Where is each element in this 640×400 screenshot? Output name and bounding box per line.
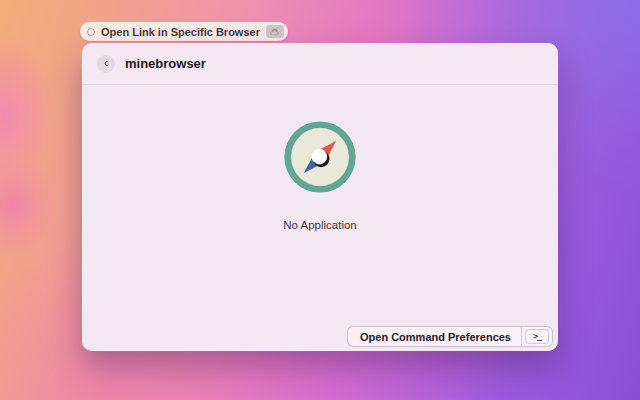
back-button[interactable]: ‹ bbox=[97, 55, 115, 73]
chevron-left-icon: ‹ bbox=[104, 56, 108, 69]
search-header: ‹ bbox=[82, 43, 558, 85]
open-command-preferences-button[interactable]: Open Command Preferences >_ bbox=[347, 326, 553, 347]
open-command-preferences-label: Open Command Preferences bbox=[360, 331, 521, 343]
shortcut-key-icon: >_ bbox=[525, 329, 549, 344]
extension-window: ‹ No Application Open Command Preference… bbox=[82, 43, 558, 351]
command-title-pill[interactable]: Open Link in Specific Browser bbox=[80, 22, 288, 41]
button-divider bbox=[521, 327, 522, 346]
search-input[interactable] bbox=[125, 56, 543, 71]
compass-icon bbox=[283, 120, 357, 194]
results-area: No Application Open Command Preferences … bbox=[82, 85, 558, 351]
screen: Open Link in Specific Browser ‹ bbox=[0, 0, 640, 400]
ring-icon bbox=[87, 28, 95, 36]
command-title-label: Open Link in Specific Browser bbox=[101, 26, 260, 38]
device-badge-icon bbox=[266, 25, 284, 38]
empty-state-message: No Application bbox=[283, 219, 357, 231]
